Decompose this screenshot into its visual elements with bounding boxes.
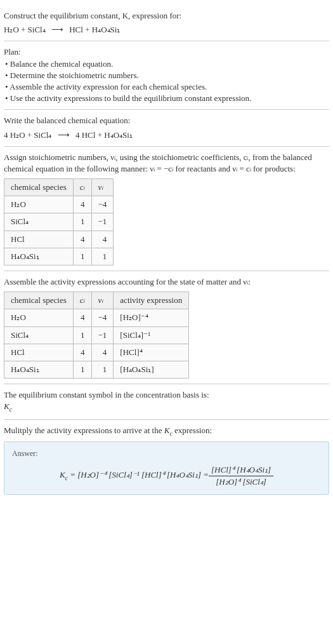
cell-ci: 4 <box>73 196 91 213</box>
col-vi: νᵢ <box>91 292 114 309</box>
cell-vi: −1 <box>91 326 114 344</box>
multiply-section: Mulitply the activity expressions to arr… <box>4 420 329 500</box>
cell-ci: 4 <box>73 309 91 326</box>
activity-table: chemical species cᵢ νᵢ activity expressi… <box>4 292 189 379</box>
cell-vi: 1 <box>91 361 114 378</box>
kc-expression: Kc = [H₂O]⁻⁴ [SiCl₄]⁻¹ [HCl]⁴ [H₄O₄Si₁] … <box>12 464 321 488</box>
reaction-rhs: HCl + H₄O₄Si₁ <box>69 25 120 34</box>
kc-lhs: Kc = [H₂O]⁻⁴ [SiCl₄]⁻¹ [HCl]⁴ [H₄O₄Si₁] … <box>60 469 209 482</box>
col-expr: activity expression <box>114 292 189 309</box>
plan-item: • Determine the stoichiometric numbers. <box>5 70 329 81</box>
cell-vi: −1 <box>91 213 114 231</box>
cell-species: H₄O₄Si₁ <box>4 361 74 378</box>
plan-item: • Balance the chemical equation. <box>5 58 329 70</box>
cell-species: HCl <box>4 231 74 248</box>
table-row: H₄O₄Si₁ 1 1 <box>4 248 114 265</box>
cell-species: H₂O <box>4 196 74 213</box>
cell-vi: 4 <box>91 344 114 361</box>
intro-section: Construct the equilibrium constant, K, e… <box>4 5 329 41</box>
cell-ci: 4 <box>73 231 91 248</box>
cell-ci: 1 <box>73 248 91 265</box>
col-vi: νᵢ <box>91 179 114 196</box>
cell-ci: 1 <box>73 361 91 378</box>
plan-title: Plan: <box>4 46 329 58</box>
cell-species: HCl <box>4 344 74 361</box>
table-row: SiCl₄ 1 −1 <box>4 213 114 231</box>
plan-item: • Use the activity expressions to build … <box>5 93 329 104</box>
multiply-text: Mulitply the activity expressions to arr… <box>4 425 329 438</box>
reaction-arrow: ⟶ <box>51 25 63 34</box>
table-row: SiCl₄ 1 −1 [SiCl₄]⁻¹ <box>4 326 189 344</box>
answer-box: Answer: Kc = [H₂O]⁻⁴ [SiCl₄]⁻¹ [HCl]⁴ [H… <box>4 441 329 495</box>
balanced-equation: 4 H₂O + SiCl₄ ⟶ 4 HCl + H₄O₄Si₁ <box>4 130 329 141</box>
plan-item: • Assemble the activity expression for e… <box>5 81 329 93</box>
col-ci: cᵢ <box>73 179 91 196</box>
stoich-table: chemical species cᵢ νᵢ H₂O 4 −4 SiCl₄ 1 … <box>4 178 114 265</box>
col-ci: cᵢ <box>73 292 91 309</box>
cell-expr: [SiCl₄]⁻¹ <box>114 326 189 344</box>
cell-ci: 1 <box>73 213 91 231</box>
table-header-row: chemical species cᵢ νᵢ activity expressi… <box>4 292 189 309</box>
cell-vi: −4 <box>91 196 114 213</box>
symbol-value: Kc <box>4 401 329 413</box>
table-row: H₄O₄Si₁ 1 1 [H₄O₄Si₁] <box>4 361 189 378</box>
table-row: HCl 4 4 <box>4 231 114 248</box>
col-species: chemical species <box>4 292 74 309</box>
balanced-lhs: 4 H₂O + SiCl₄ <box>4 130 51 140</box>
cell-expr: [HCl]⁴ <box>114 344 189 361</box>
table-header-row: chemical species cᵢ νᵢ <box>4 179 114 196</box>
intro-prompt: Construct the equilibrium constant, K, e… <box>4 10 329 22</box>
plan-section: Plan: • Balance the chemical equation. •… <box>4 41 329 110</box>
cell-species: H₂O <box>4 309 74 326</box>
cell-vi: 1 <box>91 248 114 265</box>
balanced-section: Write the balanced chemical equation: 4 … <box>4 110 329 146</box>
balanced-arrow: ⟶ <box>58 130 70 140</box>
balanced-rhs: 4 HCl + H₄O₄Si₁ <box>75 130 133 140</box>
col-species: chemical species <box>4 179 74 196</box>
unbalanced-equation: H₂O + SiCl₄ ⟶ HCl + H₄O₄Si₁ <box>4 24 329 36</box>
table-row: H₂O 4 −4 <box>4 196 114 213</box>
cell-species: SiCl₄ <box>4 326 74 344</box>
cell-ci: 4 <box>73 344 91 361</box>
cell-species: H₄O₄Si₁ <box>4 248 74 265</box>
stoich-intro: Assign stoichiometric numbers, νᵢ, using… <box>4 152 329 175</box>
frac-numerator: [HCl]⁴ [H₄O₄Si₁] <box>209 464 273 476</box>
balanced-title: Write the balanced chemical equation: <box>4 115 329 126</box>
cell-vi: 4 <box>91 231 114 248</box>
cell-expr: [H₄O₄Si₁] <box>114 361 189 378</box>
symbol-section: The equilibrium constant symbol in the c… <box>4 384 329 419</box>
frac-denominator: [H₂O]⁴ [SiCl₄] <box>213 476 269 488</box>
kc-fraction: [HCl]⁴ [H₄O₄Si₁] [H₂O]⁴ [SiCl₄] <box>209 464 273 488</box>
activity-section: Assemble the activity expressions accoun… <box>4 271 329 384</box>
cell-species: SiCl₄ <box>4 213 74 231</box>
cell-vi: −4 <box>91 309 114 326</box>
reaction-lhs: H₂O + SiCl₄ <box>4 25 46 34</box>
table-row: HCl 4 4 [HCl]⁴ <box>4 344 189 361</box>
symbol-text: The equilibrium constant symbol in the c… <box>4 389 329 401</box>
cell-ci: 1 <box>73 326 91 344</box>
stoich-section: Assign stoichiometric numbers, νᵢ, using… <box>4 147 329 271</box>
table-row: H₂O 4 −4 [H₂O]⁻⁴ <box>4 309 189 326</box>
answer-label: Answer: <box>12 448 321 459</box>
activity-intro: Assemble the activity expressions accoun… <box>4 276 329 288</box>
cell-expr: [H₂O]⁻⁴ <box>114 309 189 326</box>
